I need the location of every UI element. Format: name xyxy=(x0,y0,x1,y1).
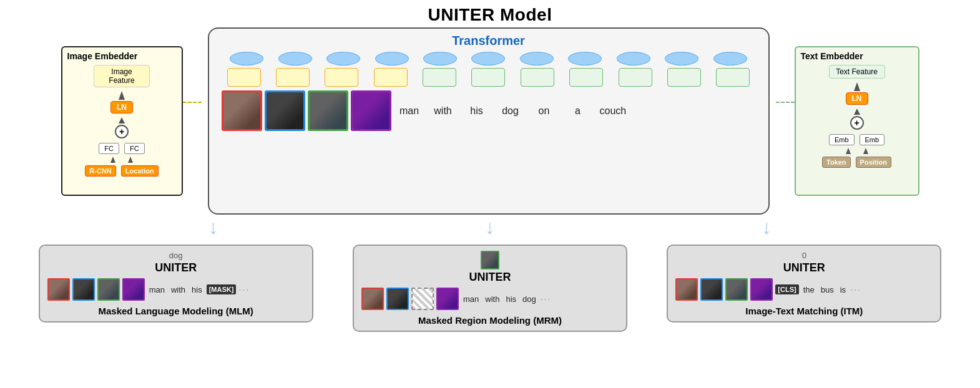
text-up-arrow-icon xyxy=(854,82,860,91)
mrm-dashed-img xyxy=(411,288,434,310)
region-img-2 xyxy=(265,90,305,131)
mrm-img-4 xyxy=(436,288,459,310)
text-ln-box: LN xyxy=(846,92,868,105)
token-a: a xyxy=(562,105,594,117)
mlm-img-3 xyxy=(97,278,120,301)
image-embedder-box: Image Embedder Image Feature LN + FC FC … xyxy=(61,46,183,196)
ln-box: LN xyxy=(110,101,133,114)
mlm-word-man: man xyxy=(147,285,167,294)
token-dog: dog xyxy=(495,105,526,117)
itm-word-the: the xyxy=(801,285,816,294)
svg-marker-4 xyxy=(854,82,860,91)
oval-node-2 xyxy=(278,52,312,65)
layer-block-g6 xyxy=(667,68,701,87)
token-with: with xyxy=(428,105,459,117)
text-plus-circle: + xyxy=(850,116,864,130)
text-up-arrow3-icon xyxy=(846,148,851,154)
position-box: Position xyxy=(856,157,891,168)
mlm-img-4 xyxy=(122,278,145,301)
layer-block-y1 xyxy=(227,68,261,87)
emb2-box: Emb xyxy=(860,134,885,145)
mrm-word-his: his xyxy=(504,294,518,304)
layer-block-y3 xyxy=(325,68,358,87)
itm-img-2 xyxy=(700,278,723,301)
text-up-arrow4-icon xyxy=(863,148,868,154)
mrm-box: UNITER man with his dog ··· Masked Regio… xyxy=(353,245,627,332)
itm-word-bus: bus xyxy=(819,285,836,294)
layer-block-g5 xyxy=(619,68,652,87)
oval-node-5 xyxy=(423,52,457,65)
oval-node-7 xyxy=(520,52,554,65)
mrm-title: UNITER xyxy=(361,271,619,284)
mrm-word-with: with xyxy=(483,294,501,304)
transformer-title: Transformer xyxy=(217,34,761,48)
mrm-word-man: man xyxy=(461,294,481,304)
oval-node-4 xyxy=(375,52,409,65)
mlm-label: Masked Language Modeling (MLM) xyxy=(47,306,305,316)
text-embedder-title: Text Embedder xyxy=(801,51,913,61)
text-feature-box: Text Feature xyxy=(829,65,885,79)
layer-block-g3 xyxy=(521,68,554,87)
itm-cls-box: [CLS] xyxy=(775,284,798,294)
layer-block-y2 xyxy=(276,68,310,87)
main-title: UNITER Model xyxy=(0,0,980,25)
mlm-img-2 xyxy=(72,278,95,301)
itm-label: Image-Text Matching (ITM) xyxy=(675,306,933,316)
text-embedder-box: Text Embedder Text Feature LN + Emb Emb … xyxy=(795,46,919,196)
oval-node-10 xyxy=(665,52,698,65)
up-arrow4-icon xyxy=(128,157,133,163)
up-arrow3-icon xyxy=(110,157,115,163)
plus-circle: + xyxy=(115,125,129,138)
svg-marker-6 xyxy=(846,148,851,154)
transformer-box: Transformer xyxy=(208,27,770,215)
svg-marker-5 xyxy=(854,109,860,115)
mlm-word-his: his xyxy=(190,285,204,294)
oval-node-8 xyxy=(568,52,602,65)
oval-node-11 xyxy=(713,52,747,65)
mrm-above-img xyxy=(361,251,619,269)
token-box: Token xyxy=(822,157,851,168)
location-box: Location xyxy=(121,165,159,177)
image-embedder-title: Image Embedder xyxy=(67,51,177,61)
itm-box: 0 UNITER [CLS] the bus is ··· Image-Text… xyxy=(667,245,941,323)
layer-block-g4 xyxy=(569,68,603,87)
mlm-img-1 xyxy=(47,278,70,301)
layer-block-y4 xyxy=(374,68,408,87)
image-feature-box: Image Feature xyxy=(94,65,150,87)
rcnn-box: R-CNN xyxy=(85,165,115,177)
layer-block-g7 xyxy=(716,68,750,87)
mrm-word-dog: dog xyxy=(521,294,538,304)
oval-node-9 xyxy=(617,52,650,65)
mrm-img-1 xyxy=(361,288,384,310)
mlm-arrow: ↓ xyxy=(208,217,218,237)
itm-arrow: ↓ xyxy=(762,217,772,237)
itm-word-is: is xyxy=(838,285,848,294)
layer-block-g1 xyxy=(423,68,456,87)
svg-marker-0 xyxy=(119,91,125,100)
token-on: on xyxy=(529,105,560,117)
mlm-above-label: dog xyxy=(47,251,305,260)
oval-node-6 xyxy=(471,52,505,65)
mlm-word-with: with xyxy=(169,285,187,294)
region-img-3 xyxy=(308,90,348,131)
itm-dots: ··· xyxy=(850,284,861,294)
region-img-4 xyxy=(351,90,391,131)
mrm-label: Masked Region Modeling (MRM) xyxy=(361,315,619,326)
up-arrow2-icon xyxy=(119,117,125,124)
itm-title: UNITER xyxy=(675,261,933,274)
mlm-mask-box: [MASK] xyxy=(207,284,237,294)
mlm-box: dog UNITER man with his [MASK] ··· Maske… xyxy=(39,245,313,323)
mrm-dots: ··· xyxy=(541,294,552,304)
region-img-1 xyxy=(222,90,262,131)
itm-img-1 xyxy=(675,278,698,301)
layer-block-g2 xyxy=(471,68,505,87)
mlm-title: UNITER xyxy=(47,261,305,274)
fc1-box: FC xyxy=(99,143,119,154)
itm-img-4 xyxy=(750,278,773,301)
text-up-arrow2-icon xyxy=(854,109,860,115)
svg-marker-2 xyxy=(110,157,115,163)
svg-marker-7 xyxy=(863,148,868,154)
svg-marker-1 xyxy=(119,117,125,124)
up-arrow-icon xyxy=(119,91,125,100)
fc2-box: FC xyxy=(124,143,145,154)
